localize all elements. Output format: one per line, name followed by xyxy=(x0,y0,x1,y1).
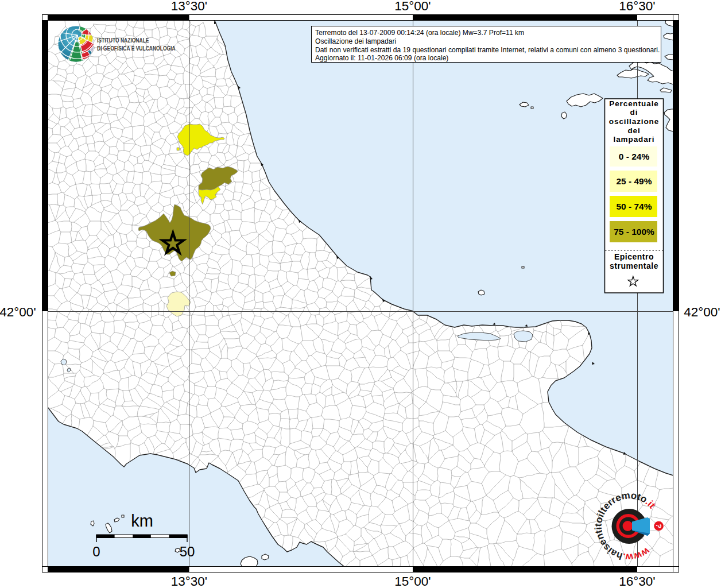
svg-text:42°00': 42°00' xyxy=(0,305,36,319)
svg-text:ISTITUTO NAZIONALE: ISTITUTO NAZIONALE xyxy=(97,37,149,44)
svg-text:16°30': 16°30' xyxy=(619,0,655,13)
svg-text:15°00': 15°00' xyxy=(394,0,431,13)
svg-text:50 - 74%: 50 - 74% xyxy=(616,202,652,211)
svg-text:13°30': 13°30' xyxy=(171,0,207,13)
svg-text:Percentuale: Percentuale xyxy=(609,99,658,108)
svg-text:15°00': 15°00' xyxy=(394,574,431,588)
svg-text:Terremoto del 13-07-2009 00:14: Terremoto del 13-07-2009 00:14:24 (ora l… xyxy=(315,29,524,37)
svg-text:25 - 49%: 25 - 49% xyxy=(616,176,652,186)
svg-text:75 - 100%: 75 - 100% xyxy=(614,227,654,237)
svg-text:Epicentro: Epicentro xyxy=(614,252,654,261)
svg-text:DI GEOFISICA E VULCANOLOGIA: DI GEOFISICA E VULCANOLOGIA xyxy=(97,45,176,52)
svg-text:0 - 24%: 0 - 24% xyxy=(619,152,650,161)
svg-text:strumentale: strumentale xyxy=(610,261,658,270)
svg-text:16°30': 16°30' xyxy=(619,574,655,588)
svg-text:lampadari: lampadari xyxy=(614,135,655,144)
svg-text:Oscillazione dei lampadari: Oscillazione dei lampadari xyxy=(315,37,396,45)
svg-text:km: km xyxy=(131,512,153,530)
svg-text:0: 0 xyxy=(92,544,100,559)
svg-text:dei: dei xyxy=(627,126,640,135)
svg-text:Dati non verificati estratti d: Dati non verificati estratti da 19 quest… xyxy=(315,46,660,54)
svg-text:oscillazione: oscillazione xyxy=(609,117,659,126)
svg-text:di: di xyxy=(630,108,638,117)
svg-text:42°00': 42°00' xyxy=(684,305,720,319)
svg-text:13°30': 13°30' xyxy=(171,574,207,588)
svg-text:50: 50 xyxy=(180,544,195,559)
svg-text:Aggiornato il: 11-01-2026 06:0: Aggiornato il: 11-01-2026 06:09 (ora loc… xyxy=(315,54,448,62)
